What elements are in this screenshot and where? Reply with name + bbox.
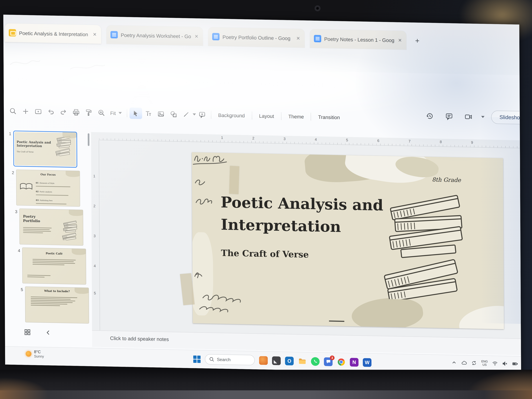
slideshow-button[interactable]: Slideshow (491, 111, 521, 125)
browser-tab-4[interactable]: Poetry Notes - Lesson 1 - Goog × (310, 29, 406, 50)
insert-line-icon[interactable] (180, 108, 192, 120)
browser-tab-3[interactable]: Poetry Portfolio Outline - Goog × (208, 27, 305, 48)
undo-icon[interactable] (44, 106, 57, 117)
divider (311, 113, 311, 121)
sync-icon[interactable] (471, 360, 477, 366)
slide-thumbnail-4[interactable]: Poetic Café (22, 247, 86, 285)
slide-number: 4 (14, 247, 22, 283)
chevron-down-icon[interactable] (481, 116, 485, 118)
chrome-icon[interactable] (337, 357, 346, 366)
browser-tab-2[interactable]: Poetry Analysis Worksheet - Go × (106, 25, 203, 46)
tab-title: Poetry Portfolio Outline - Goog (222, 34, 293, 41)
browser-tab-active[interactable]: Poetic Analysis & Interpretation × (5, 23, 101, 44)
background-button[interactable]: Background (214, 109, 249, 121)
start-button[interactable] (193, 355, 201, 363)
insert-comment-icon[interactable] (196, 109, 209, 120)
thumb-title: Our Focus (17, 172, 80, 177)
print-icon[interactable] (70, 106, 82, 118)
redo-icon[interactable] (57, 106, 70, 118)
thumb-body-lines (23, 226, 52, 234)
wifi-icon[interactable] (492, 361, 498, 366)
slide-number: 3 (11, 208, 19, 244)
books-illustration (55, 135, 73, 156)
taskbar-search[interactable]: Search (205, 354, 255, 365)
volume-muted-icon[interactable] (502, 361, 508, 367)
filmstrip-scrollbar[interactable] (88, 133, 89, 146)
vertical-ruler: 1 2 3 4 5 (91, 140, 100, 330)
language-indicator[interactable]: ENG US (481, 360, 488, 367)
notification-badge: 3 (330, 355, 335, 360)
search-icon[interactable] (6, 105, 19, 117)
thumb-footer-lines (27, 274, 51, 279)
close-icon[interactable]: × (398, 37, 402, 44)
tray-chevron-up-icon[interactable] (451, 360, 457, 366)
insert-image-icon[interactable] (155, 108, 167, 120)
theme-button[interactable]: Theme (284, 111, 309, 122)
comment-history-icon[interactable] (443, 111, 455, 122)
slide-subtitle[interactable]: The Craft of Verse (221, 248, 309, 260)
slide-thumbnail-3[interactable]: Poetry Portfolio (19, 209, 83, 246)
new-slide-icon[interactable] (32, 106, 44, 117)
slide-thumbnail-5[interactable]: What to Include? (25, 286, 89, 323)
slide-number: 5 (17, 286, 25, 322)
grid-view-icon[interactable] (24, 329, 31, 335)
slide-title[interactable]: Poetic Analysis and Interpretation (221, 191, 383, 239)
select-tool-icon[interactable] (129, 108, 142, 119)
divider (127, 109, 127, 117)
meet-camera-icon[interactable] (462, 111, 475, 122)
chat-teams-icon[interactable]: 3 (324, 357, 333, 366)
zoom-select[interactable]: Fit (108, 110, 125, 116)
weather-widget[interactable]: 8°C Sunny (26, 349, 44, 358)
paint-format-icon[interactable] (82, 107, 95, 118)
close-icon[interactable]: × (296, 35, 301, 42)
laptop-photo: Poetic Analysis & Interpretation × Poetr… (0, 0, 532, 399)
slide-thumbnail-2[interactable]: Our Focus 01Elements of Style 02Poetic a… (16, 170, 80, 207)
outlook-icon[interactable]: O (285, 356, 294, 365)
laptop-front-edge (0, 390, 532, 399)
taskbar-app-icon-orange[interactable] (259, 356, 268, 365)
whatsapp-icon[interactable] (311, 357, 320, 366)
editor-canvas: 1 2 3 4 5 6 7 8 9 1 2 3 4 5 (91, 132, 521, 338)
docs-icon (212, 33, 219, 40)
battery-icon[interactable] (512, 361, 518, 367)
insert-shape-icon[interactable] (167, 108, 180, 120)
word-icon[interactable]: W (363, 358, 372, 367)
layout-button[interactable]: Layout (254, 110, 279, 122)
system-tray: ENG US (451, 359, 518, 367)
slide-number: 2 (8, 169, 16, 205)
webcam (315, 5, 321, 11)
thumb-title: Poetry Portfolio (23, 214, 50, 223)
file-explorer-icon[interactable] (298, 357, 307, 366)
thumb-list-item: 03Publishing fees (36, 196, 76, 206)
search-label: Search (217, 357, 231, 362)
text-box-icon[interactable] (142, 108, 155, 119)
taskbar-app-icon-dark[interactable] (272, 356, 281, 365)
close-icon[interactable]: × (92, 31, 97, 38)
thumb-subtitle: The Craft of Verse (17, 151, 33, 153)
zoom-value: Fit (110, 110, 116, 116)
close-icon[interactable]: × (194, 33, 199, 40)
transition-button[interactable]: Transition (313, 111, 345, 123)
laptop-screen: Poetic Analysis & Interpretation × Poetr… (3, 15, 521, 374)
books-illustration (60, 220, 80, 241)
washi-tape (229, 166, 239, 194)
slide-filmstrip: 1 Poetic Analysis and Interpretation The… (5, 130, 93, 327)
version-history-icon[interactable] (423, 110, 436, 122)
plus-icon[interactable] (19, 105, 32, 117)
slides-icon (9, 29, 16, 37)
thumb-title: Poetic Analysis and Interpretation (17, 140, 52, 148)
speaker-notes-placeholder[interactable]: Click to add speaker notes (110, 335, 169, 342)
onedrive-cloud-icon[interactable] (461, 360, 467, 366)
chevron-down-icon[interactable] (193, 113, 196, 115)
collapse-filmstrip-icon[interactable] (45, 329, 52, 336)
onenote-icon[interactable]: N (350, 358, 358, 367)
docs-icon (110, 31, 118, 38)
sun-icon (26, 351, 32, 356)
grade-label[interactable]: 8th Grade (432, 176, 461, 184)
slide-thumbnail-1[interactable]: Poetic Analysis and Interpretation The C… (13, 131, 77, 168)
new-tab-button[interactable]: + (412, 35, 423, 47)
thumb-body-lines (31, 296, 77, 307)
zoom-icon[interactable] (95, 107, 108, 118)
tab-title: Poetry Analysis Worksheet - Go (121, 32, 191, 39)
docs-icon (314, 35, 321, 42)
